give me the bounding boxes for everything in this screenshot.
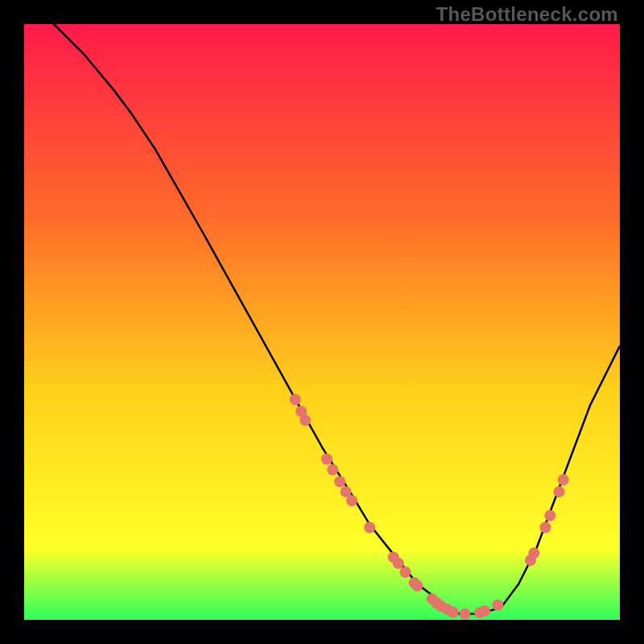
data-point <box>334 476 345 487</box>
chart-svg <box>24 24 620 620</box>
data-point <box>327 464 338 476</box>
data-point <box>393 558 404 569</box>
data-point <box>346 495 357 506</box>
data-point <box>290 394 301 405</box>
data-point <box>321 453 332 464</box>
data-point <box>540 522 551 533</box>
data-point <box>400 567 411 578</box>
chart-plot-area <box>24 24 620 620</box>
data-point <box>544 510 555 522</box>
gradient-background <box>24 24 620 620</box>
data-point <box>558 474 569 485</box>
data-point <box>448 606 459 617</box>
data-point <box>411 580 423 592</box>
data-point <box>364 522 375 533</box>
data-point <box>528 547 539 559</box>
data-point <box>554 486 565 497</box>
data-point <box>460 609 471 620</box>
data-point <box>299 415 311 426</box>
data-point <box>479 605 490 617</box>
watermark-text: TheBottleneck.com <box>436 3 618 26</box>
data-point <box>492 600 503 611</box>
